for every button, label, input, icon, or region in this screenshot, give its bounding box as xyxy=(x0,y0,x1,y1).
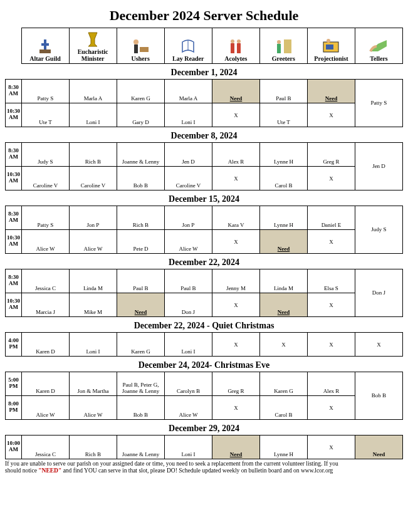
assignment-cell: Pete D xyxy=(117,230,165,254)
table-row: 8:30AMPatty SMarla AKaren GMarla ANeedPa… xyxy=(6,80,403,103)
assignment-cell: Alice W xyxy=(70,396,117,420)
projector-icon xyxy=(322,36,340,55)
table-row: 10:30AMAlice WAlice WPete DAlice WXNeedX xyxy=(6,230,403,254)
svg-point-9 xyxy=(237,39,241,43)
role-tellers: Tellers xyxy=(355,28,402,64)
assignment-cell: Need xyxy=(308,80,355,103)
assignment-cell: Caroline V xyxy=(22,167,70,190)
assignment-cell: Caroline V xyxy=(70,167,117,190)
assignment-cell: Jen D xyxy=(165,143,212,167)
table-row: 10:00AMJessica CRich BJoanne & LennyLoni… xyxy=(6,436,403,459)
assignment-cell: X xyxy=(308,333,355,357)
time-cell: 8:00PM xyxy=(6,396,22,420)
role-label: Tellers xyxy=(370,55,388,62)
chalice-icon xyxy=(86,29,100,48)
time-cell: 8:30AM xyxy=(6,206,22,230)
schedule-table: 5:00PMKaren DJon & MarthaPaul B, Peter G… xyxy=(5,372,403,420)
assignment-cell: Greg R xyxy=(212,372,260,396)
svg-rect-10 xyxy=(237,43,241,53)
date-header: December 1, 2024 xyxy=(5,66,403,79)
date-header: December 22, 2024 xyxy=(5,256,403,269)
assignment-cell: Jenny M xyxy=(212,269,260,293)
svg-rect-3 xyxy=(140,47,149,52)
assignment-cell: Alice W xyxy=(22,230,70,254)
greeter-icon xyxy=(274,36,293,55)
assignment-cell: Daniel E xyxy=(308,206,355,230)
role-label: Altar Guild xyxy=(29,55,61,62)
assignment-cell: Loni I xyxy=(70,103,117,127)
teller-cell: Need xyxy=(355,436,403,459)
assignment-cell: Caroline V xyxy=(165,167,212,190)
date-header: December 24, 2024- Christmas Eve xyxy=(5,359,403,372)
assignment-cell: Need xyxy=(117,293,165,317)
assignment-cell: Greg R xyxy=(308,143,355,167)
svg-rect-5 xyxy=(134,44,138,53)
assignment-cell: Alice W xyxy=(165,396,212,420)
time-cell: 10:30AM xyxy=(6,230,22,254)
teller-cell: Jen D xyxy=(355,143,403,190)
teller-cell: Judy S xyxy=(355,206,403,254)
assignment-cell: Lynne H xyxy=(260,436,308,459)
schedule-table: 10:00AMJessica CRich BJoanne & LennyLoni… xyxy=(5,435,403,459)
assignment-cell: Jon & Martha xyxy=(70,372,117,396)
schedule-table: 8:30AMJudy SRich BJoanne & LennyJen DAle… xyxy=(5,142,403,190)
date-header: December 15, 2024 xyxy=(5,193,403,206)
assignment-cell: X xyxy=(212,333,260,357)
table-row: 4:00PMKaren DLoni IKaren GLoni IXXXX xyxy=(6,333,403,357)
assignment-cell: Jessica C xyxy=(22,436,70,459)
table-row: 8:30AMPatty SJon PRich BJon PKara VLynne… xyxy=(6,206,403,230)
assignment-cell: Gary D xyxy=(117,103,165,127)
svg-rect-8 xyxy=(231,43,234,53)
assignment-cell: Loni I xyxy=(165,103,212,127)
assignment-cell: Kara V xyxy=(212,206,260,230)
table-row: 8:30AMJudy SRich BJoanne & LennyJen DAle… xyxy=(6,143,403,167)
assignment-cell: Karen D xyxy=(22,333,70,357)
role-acolytes: Acolytes xyxy=(212,28,259,64)
svg-rect-11 xyxy=(284,39,291,53)
assignment-cell: Need xyxy=(260,230,308,254)
role-ushers: Ushers xyxy=(117,28,164,64)
assignment-cell: Paul B xyxy=(165,269,212,293)
assignment-cell: Carol B xyxy=(260,396,308,420)
assignment-cell: Rich B xyxy=(117,206,165,230)
schedule-table: 8:30AMJessica CLinda MPaul BPaul BJenny … xyxy=(5,269,403,317)
svg-point-12 xyxy=(277,40,281,44)
assignment-cell: Jon P xyxy=(70,206,117,230)
assignment-cell: Karen G xyxy=(117,80,165,103)
assignment-cell: Loni I xyxy=(165,333,212,357)
table-row: 5:00PMKaren DJon & MarthaPaul B, Peter G… xyxy=(6,372,403,396)
assignment-cell: Paul B, Peter G, Joanne & Lenny xyxy=(117,372,165,396)
role-label: Acolytes xyxy=(224,55,247,62)
assignment-cell: Alice W xyxy=(70,230,117,254)
assignment-cell: Carol B xyxy=(260,167,308,190)
assignment-cell: Jessica C xyxy=(22,269,70,293)
roles-header-table: Altar Guild Eucharistic Minister Ushers … xyxy=(5,28,403,64)
svg-point-16 xyxy=(327,39,330,43)
assignment-cell: Karen D xyxy=(22,372,70,396)
time-cell: 10:30AM xyxy=(6,167,22,190)
role-label: Greeters xyxy=(272,55,295,62)
assignment-cell: X xyxy=(308,167,355,190)
assignment-cell: Karen G xyxy=(117,333,165,357)
teller-cell: Bob B xyxy=(355,372,403,420)
svg-rect-0 xyxy=(39,50,51,53)
assignment-cell: Need xyxy=(212,80,260,103)
time-cell: 4:00PM xyxy=(6,333,22,357)
assignment-cell: Paul B xyxy=(260,80,308,103)
table-row: 8:00PMAlice WAlice WBob BAlice WXCarol B… xyxy=(6,396,403,420)
time-cell: 8:30AM xyxy=(6,143,22,167)
assignment-cell: Carolyn B xyxy=(165,372,212,396)
assignment-cell: X xyxy=(308,293,355,317)
assignment-cell: Bob B xyxy=(117,396,165,420)
assignment-cell: Elsa S xyxy=(308,269,355,293)
assignment-cell: Alice W xyxy=(22,396,70,420)
acolyte-icon xyxy=(227,36,244,55)
role-label: Projectionist xyxy=(314,55,348,62)
assignment-cell: Don J xyxy=(165,293,212,317)
assignment-cell: Ute T xyxy=(22,103,70,127)
assignment-cell: X xyxy=(212,167,260,190)
page-title: December 2024 Server Schedule xyxy=(5,8,403,24)
time-cell: 8:30AM xyxy=(6,80,22,103)
svg-point-4 xyxy=(133,39,139,44)
role-projectionist: Projectionist xyxy=(307,28,355,64)
